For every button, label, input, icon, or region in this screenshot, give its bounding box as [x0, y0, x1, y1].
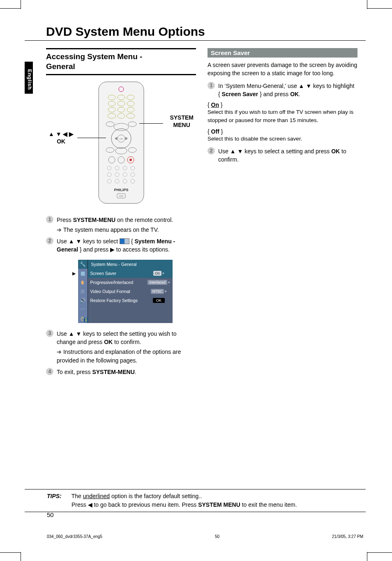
remote-brand-text: PHILIPS [114, 188, 128, 192]
page-number: 50 [47, 511, 54, 518]
page-title: DVD System Menu Options [25, 25, 366, 41]
tips-line2-b: SYSTEM MENU [198, 501, 240, 508]
step1-text-a: Press [57, 217, 73, 223]
screensaver-intro: A screen saver prevents damage to the sc… [208, 61, 357, 78]
step4-text-b: SYSTEM-MENU [92, 369, 134, 375]
step-2: 2 Use ▲ ▼ keys to select { System Menu -… [46, 237, 196, 254]
osd-value-badge: Interlaced [148, 280, 167, 285]
crop-mark [21, 0, 21, 9]
print-footer-right: 21/3/05, 3:27 PM [332, 534, 363, 539]
chevron-down-icon: ▾ [168, 280, 170, 284]
right-step-1: 1 In ‘System Menu-General,’ use ▲ ▼ keys… [208, 82, 357, 99]
tips-label: TIPS: [47, 492, 70, 501]
step3-text-c: to confirm. [113, 339, 141, 345]
osd-row: ▶▦Screen SaverOn▾ [70, 269, 173, 278]
tips-line1-a: The [71, 493, 83, 499]
step1-sub-text: The system menu appears on the TV. [63, 226, 159, 233]
svg-point-26 [129, 159, 132, 161]
left-column: Accessing System Menu - General [46, 48, 196, 378]
osd-row-value: NTSC▾ [145, 287, 173, 296]
step-number-icon: 1 [46, 216, 53, 223]
figure-label-arrows: ▲ ▼ ◀ ▶ [48, 131, 74, 137]
step1-sub: ➜ The system menu appears on the TV. [57, 226, 196, 234]
crop-mark [367, 552, 367, 561]
osd-row-value: Interlaced▾ [145, 278, 173, 287]
right-step-2: 2 Use ▲ ▼ keys to select a setting and p… [208, 147, 357, 164]
osd-side-icon: ⊞ [78, 287, 88, 296]
step-number-icon: 4 [46, 368, 53, 375]
option-on: { On } [208, 102, 357, 108]
step3-sub: ➜ Instructions and explanation of the op… [57, 348, 196, 365]
osd-row: ⊞Video Output FormatNTSC▾ [70, 287, 173, 296]
step4-text-a: To exit, press [57, 369, 92, 375]
osd-row: ⬮Progressive/InterlacedInterlaced▾ [70, 278, 173, 287]
step1-text-b: SYSTEM-MENU [73, 217, 115, 223]
tips-line1-b: underlined [83, 493, 110, 499]
section-heading: Accessing System Menu - General [46, 48, 196, 75]
osd-pointer-icon [70, 287, 78, 296]
osd-row-label: Screen Saver [88, 269, 145, 278]
osd-page-badge: 1 [84, 318, 89, 322]
print-footer: 034_060_dvdr3355-37A_eng5 50 21/3/05, 3:… [47, 534, 363, 539]
tips-box: TIPS: The underlined option is the facto… [25, 489, 366, 512]
osd-row-value: OK [145, 296, 173, 305]
crop-mark [21, 552, 21, 561]
option-on-desc: Select this if you wish to turn off the … [208, 108, 357, 124]
r1-c: } and press [258, 91, 290, 97]
figure-label-sysmenu: SYSTEM MENU [170, 114, 194, 129]
osd-menu-screenshot: 🔧 System Menu - General ▶▦Screen SaverOn… [70, 260, 173, 323]
step-number-icon: 3 [46, 330, 53, 337]
osd-row-label: Video Output Format [88, 287, 145, 296]
remote-illustration: OK PHILIPS [95, 81, 148, 204]
tips-line2-c: to exit the menu item. [240, 501, 297, 508]
crop-mark [367, 0, 367, 9]
step3-text-b: OK [104, 339, 113, 345]
figure-callout-line [77, 138, 106, 138]
option-off-desc: Select this to disable the screen saver. [208, 135, 357, 143]
osd-value-badge: On [153, 271, 161, 276]
osd-pointer-icon [70, 296, 78, 305]
osd-value-badge: NTSC [151, 289, 164, 294]
crop-mark [367, 552, 392, 553]
option-off: { Off } [208, 128, 357, 135]
osd-pointer-icon [70, 278, 78, 287]
remote-figure: OK PHILIPS [46, 81, 196, 208]
arrow-result-icon: ➜ [57, 349, 63, 355]
r1-d: OK [290, 91, 299, 97]
step2-text-b: { [129, 238, 134, 245]
chevron-down-icon: ▾ [162, 271, 164, 275]
right-column: Screen Saver A screen saver prevents dam… [208, 48, 357, 378]
heading-line1: Accessing System Menu - [46, 52, 142, 61]
svg-text:OK: OK [119, 138, 123, 140]
option-on-label: On [211, 102, 219, 108]
step2-text-a: Use ▲ ▼ keys to select [57, 238, 120, 245]
osd-side-icon: 🔊 [78, 296, 88, 305]
osd-row-label: Restore Factory Settings [88, 296, 145, 305]
osd-row: 🔊Restore Factory SettingsOK [70, 296, 173, 305]
figure-label-system: SYSTEM [170, 114, 194, 121]
svg-text:RW: RW [119, 195, 123, 197]
step-4: 4 To exit, press SYSTEM-MENU. [46, 368, 196, 376]
tips-line1-c: option is the factory default setting.. [110, 493, 202, 499]
menu-icon [120, 238, 129, 244]
osd-value-ok: OK [153, 298, 165, 303]
tuner-icon: 〰 [78, 305, 88, 314]
step-3: 3 Use ▲ ▼ keys to select the setting you… [46, 330, 196, 346]
figure-label-ok: OK [57, 138, 65, 145]
wrench-icon: 🔧 [78, 260, 88, 269]
arrow-result-icon: ➜ [57, 226, 63, 233]
figure-label-nav: ▲ ▼ ◀ ▶ OK [48, 130, 74, 145]
osd-title: System Menu - General [88, 260, 173, 269]
crop-mark [0, 552, 21, 553]
print-footer-mid: 50 [215, 534, 219, 539]
step-1: 1 Press SYSTEM-MENU on the remote contro… [46, 216, 196, 224]
step-number-icon: 2 [208, 147, 215, 155]
sub-heading-screensaver: Screen Saver [208, 48, 357, 58]
r1-e: . [299, 91, 300, 97]
tips-line2-a: Press ◀ to go back to previous menu item… [71, 501, 198, 508]
r2-a: Use ▲ ▼ keys to select a setting and pre… [218, 148, 331, 155]
r1-b: Screen Saver [222, 91, 258, 97]
osd-side-icon: ⬮ [78, 278, 88, 287]
chevron-down-icon: ▾ [165, 289, 167, 293]
step-number-icon: 2 [46, 237, 53, 245]
